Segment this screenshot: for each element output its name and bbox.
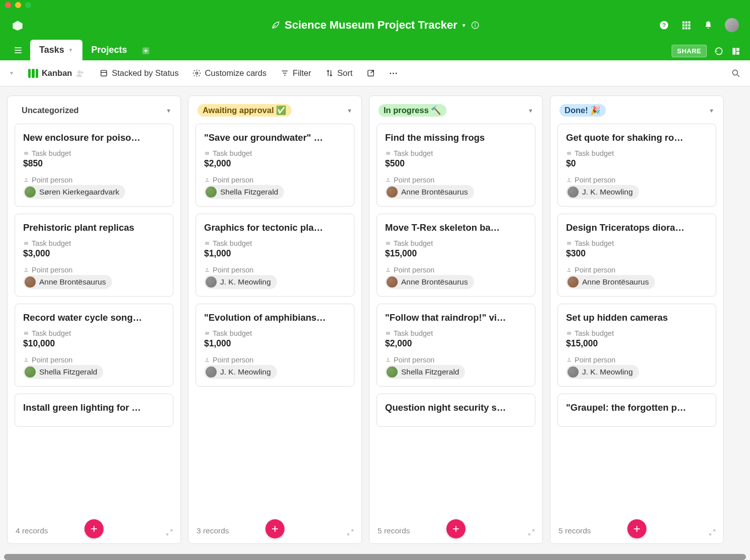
person-name: J. K. Meowling <box>220 277 271 287</box>
share-view-icon[interactable] <box>366 69 375 77</box>
kanban-card[interactable]: Design Triceratops diora…Task budget$300… <box>557 214 716 297</box>
column-menu-caret[interactable]: ▼ <box>528 108 533 114</box>
person-name: J. K. Meowling <box>582 188 633 197</box>
tab-label: Tasks <box>39 45 64 55</box>
add-table-button[interactable] <box>136 41 155 60</box>
field-value-budget: $15,000 <box>385 248 527 259</box>
kanban-card[interactable]: Set up hidden camerasTask budget$15,000P… <box>557 304 716 387</box>
kanban-card[interactable]: Find the missing frogsTask budget$500Poi… <box>377 124 535 207</box>
kanban-card[interactable]: Graphics for tectonic pla…Task budget$1,… <box>196 214 354 297</box>
user-avatar[interactable] <box>725 18 739 32</box>
card-title: Move T-Rex skeleton ba… <box>385 222 527 233</box>
column-menu-caret[interactable]: ▼ <box>166 108 171 114</box>
column-menu-caret[interactable]: ▼ <box>347 108 352 114</box>
kanban-card[interactable]: Move T-Rex skeleton ba…Task budget$15,00… <box>377 214 535 297</box>
kanban-card[interactable]: "Graupel: the forgotten p… <box>557 394 716 427</box>
column-menu-caret[interactable]: ▼ <box>709 108 714 114</box>
add-record-button[interactable]: + <box>446 519 465 538</box>
svg-rect-9 <box>685 24 687 26</box>
column-header[interactable]: Awaiting approval ✅▼ <box>189 96 361 124</box>
svg-point-43 <box>206 268 208 270</box>
kanban-card[interactable]: Record water cycle song…Task budget$10,0… <box>15 304 173 387</box>
svg-rect-44 <box>205 332 209 335</box>
person-chip: J. K. Meowling <box>566 185 639 199</box>
kanban-column: In progress 🔨▼Find the missing frogsTask… <box>369 96 543 544</box>
person-chip: J. K. Meowling <box>204 365 277 379</box>
svg-point-41 <box>206 178 208 180</box>
card-title: Get quote for shaking ro… <box>566 132 708 143</box>
card-title: Install green lighting for … <box>23 402 165 413</box>
tab-tasks[interactable]: Tasks ▼ <box>30 40 82 60</box>
kanban-card[interactable]: "Save our groundwater" …Task budget$2,00… <box>196 124 354 207</box>
svg-point-24 <box>81 71 83 73</box>
svg-rect-20 <box>732 48 735 54</box>
base-title[interactable]: Science Museum Project Tracker <box>285 19 457 32</box>
kanban-card[interactable]: "Follow that raindrop!" vi…Task budget$2… <box>377 304 535 387</box>
minimize-window-button[interactable] <box>15 2 21 8</box>
kanban-board: Uncategorized▼New enclosure for poiso…Ta… <box>0 86 750 553</box>
person-name: Shella Fitzgerald <box>220 188 278 197</box>
column-body[interactable]: Get quote for shaking ro…Task budget$0Po… <box>550 124 723 517</box>
share-button[interactable]: SHARE <box>672 45 707 57</box>
expand-column-icon[interactable] <box>708 528 716 536</box>
person-chip: Shella Fitzgerald <box>204 185 284 199</box>
svg-point-39 <box>25 358 27 360</box>
title-dropdown-caret[interactable]: ▼ <box>461 23 466 28</box>
history-icon[interactable] <box>714 46 724 56</box>
field-value-budget: $3,000 <box>23 248 165 259</box>
field-label-person: Point person <box>23 176 165 184</box>
kanban-card[interactable]: Prehistoric plant replicasTask budget$3,… <box>15 214 173 297</box>
column-header[interactable]: Done! 🎉▼ <box>550 96 723 124</box>
kanban-card[interactable]: "Evolution of amphibians…Task budget$1,0… <box>196 304 354 387</box>
svg-rect-6 <box>685 22 687 24</box>
view-switcher-caret[interactable]: ▼ <box>9 70 14 76</box>
svg-line-33 <box>737 74 739 76</box>
customize-cards-button[interactable]: Customize cards <box>193 68 266 78</box>
field-label-person: Point person <box>204 266 346 274</box>
info-icon[interactable] <box>471 21 480 30</box>
field-label-person: Point person <box>566 356 708 364</box>
column-title-pill: Uncategorized <box>17 104 84 117</box>
expand-column-icon[interactable] <box>165 528 173 536</box>
kanban-card[interactable]: Question night security s… <box>377 394 535 427</box>
close-window-button[interactable] <box>5 2 11 8</box>
column-body[interactable]: New enclosure for poiso…Task budget$850P… <box>8 124 180 517</box>
field-value-budget: $500 <box>385 158 527 169</box>
add-record-button[interactable]: + <box>627 519 646 538</box>
kanban-card[interactable]: Install green lighting for … <box>15 394 173 427</box>
card-title: Set up hidden cameras <box>566 312 708 323</box>
expand-column-icon[interactable] <box>346 528 354 536</box>
column-footer: 5 records+ <box>550 517 723 543</box>
column-header[interactable]: Uncategorized▼ <box>8 96 180 124</box>
column-body[interactable]: Find the missing frogsTask budget$500Poi… <box>369 124 542 517</box>
help-icon[interactable]: ? <box>659 20 670 31</box>
tab-dropdown-caret[interactable]: ▼ <box>68 47 73 53</box>
add-record-button[interactable]: + <box>84 519 104 538</box>
column-body[interactable]: "Save our groundwater" …Task budget$2,00… <box>189 124 361 517</box>
apps-grid-icon[interactable] <box>681 20 692 31</box>
svg-rect-56 <box>567 332 571 335</box>
maximize-window-button[interactable] <box>25 2 31 8</box>
filter-button[interactable]: Filter <box>280 68 311 78</box>
expand-column-icon[interactable] <box>527 528 535 536</box>
horizontal-scrollbar[interactable] <box>4 554 746 560</box>
field-label-person: Point person <box>23 266 165 274</box>
tab-projects[interactable]: Projects <box>82 40 136 60</box>
table-tab-bar: Tasks ▼ Projects SHARE <box>0 40 750 60</box>
more-options-icon[interactable]: ⋯ <box>389 68 399 78</box>
add-record-button[interactable]: + <box>265 519 285 538</box>
blocks-icon[interactable] <box>731 46 741 56</box>
svg-rect-8 <box>683 24 685 26</box>
card-title: New enclosure for poiso… <box>23 132 165 143</box>
view-name[interactable]: Kanban <box>28 68 86 78</box>
kanban-card[interactable]: New enclosure for poiso…Task budget$850P… <box>15 124 173 207</box>
notifications-icon[interactable] <box>703 20 714 31</box>
field-label-budget: Task budget <box>566 149 708 157</box>
column-header[interactable]: In progress 🔨▼ <box>369 96 542 124</box>
sort-button[interactable]: Sort <box>325 68 352 78</box>
search-icon[interactable] <box>731 68 741 78</box>
hamburger-menu-icon[interactable] <box>9 40 30 60</box>
window-chrome <box>0 0 750 10</box>
kanban-card[interactable]: Get quote for shaking ro…Task budget$0Po… <box>557 124 716 207</box>
stacked-by-button[interactable]: Stacked by Status <box>100 68 178 78</box>
